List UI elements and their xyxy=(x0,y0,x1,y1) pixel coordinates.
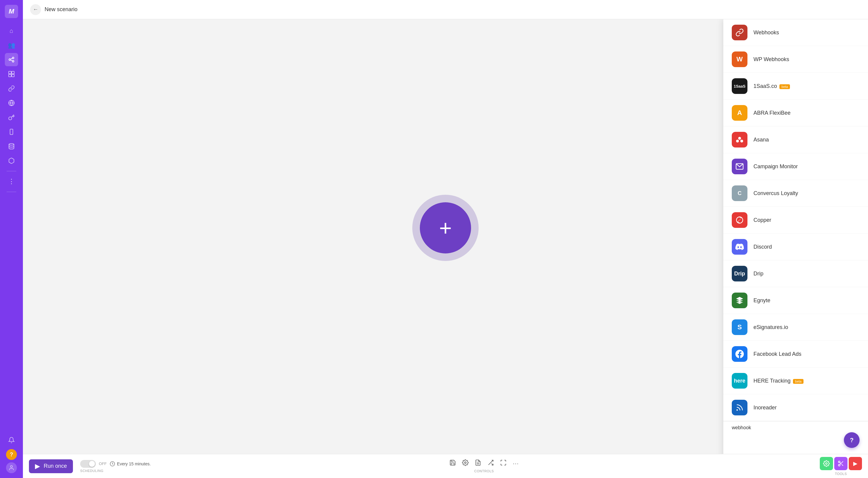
phone-icon xyxy=(8,129,15,135)
sidebar-notifications[interactable] xyxy=(5,434,18,447)
sidebar-item-database[interactable] xyxy=(5,140,18,153)
flow-icon[interactable] xyxy=(487,459,494,468)
controls-section: ⋯ CONTROLS xyxy=(450,459,519,473)
main-area: ← New scenario + Webhooks W WP Webhooks … xyxy=(23,0,868,478)
add-module-button[interactable]: + xyxy=(412,195,478,261)
bottom-bar: ▶ Run once OFF Every 15 minutes. SCHEDUL… xyxy=(23,454,868,478)
app-item-drip[interactable]: Drip Drip xyxy=(723,260,868,287)
svg-rect-8 xyxy=(12,74,14,77)
bell-icon xyxy=(8,437,15,443)
tool-green-button[interactable] xyxy=(820,457,833,470)
svg-point-15 xyxy=(738,137,741,140)
sidebar-item-globe[interactable] xyxy=(5,96,18,109)
svg-point-19 xyxy=(737,410,738,410)
esignatures-name: eSignatures.io xyxy=(753,324,788,331)
copper-icon xyxy=(732,212,747,228)
app-item-campaign-monitor[interactable]: Campaign Monitor xyxy=(723,153,868,180)
sidebar-logo[interactable]: M xyxy=(5,5,18,18)
copper-name: Copper xyxy=(753,217,771,224)
app-item-convercus[interactable]: C Convercus Loyalty xyxy=(723,180,868,207)
tool-red-button[interactable]: ▶ xyxy=(849,457,862,470)
sidebar-item-phone[interactable] xyxy=(5,125,18,138)
sidebar-item-connections[interactable] xyxy=(5,82,18,95)
app-item-here-tracking[interactable]: here HERE Trackingbeta xyxy=(723,368,868,394)
keys-icon xyxy=(8,114,15,121)
app-item-facebook-lead-ads[interactable]: Facebook Lead Ads xyxy=(723,341,868,368)
sidebar-item-team[interactable]: 👥 xyxy=(5,38,18,52)
drip-icon: Drip xyxy=(732,266,747,281)
sidebar-item-scenarios[interactable] xyxy=(5,53,18,66)
svg-point-26 xyxy=(826,463,827,465)
tool-play-icon: ▶ xyxy=(853,460,858,467)
page-title: New scenario xyxy=(44,6,78,13)
svg-line-4 xyxy=(10,60,12,61)
sidebar-avatar[interactable] xyxy=(6,463,17,473)
svg-point-16 xyxy=(736,140,739,142)
scheduling-toggle-switch[interactable] xyxy=(80,460,96,468)
sidebar-help-button[interactable]: ? xyxy=(6,449,17,460)
sidebar-item-cube[interactable] xyxy=(5,154,18,167)
discord-icon xyxy=(732,239,747,254)
gear-ctrl-icon[interactable] xyxy=(462,459,469,468)
run-once-button[interactable]: ▶ Run once xyxy=(29,459,73,473)
egnyte-name: Egnyte xyxy=(753,297,770,304)
search-input[interactable] xyxy=(732,425,860,431)
svg-rect-6 xyxy=(12,71,14,74)
connect-icon[interactable] xyxy=(500,459,507,468)
sidebar-item-apps[interactable] xyxy=(5,67,18,81)
svg-point-27 xyxy=(838,461,840,463)
sidebar-divider xyxy=(7,171,16,171)
drip-name: Drip xyxy=(753,271,764,277)
save-icon[interactable] xyxy=(450,459,456,468)
sidebar: M ⌂ 👥 xyxy=(0,0,23,478)
app-item-abra[interactable]: A ABRA FlexiBee xyxy=(723,100,868,127)
home-icon: ⌂ xyxy=(10,27,13,34)
app-item-egnyte[interactable]: Egnyte xyxy=(723,287,868,314)
help-icon: ? xyxy=(10,451,13,458)
help-float-button[interactable]: ? xyxy=(844,432,860,448)
sidebar-item-keys[interactable] xyxy=(5,111,18,124)
notes-icon[interactable] xyxy=(475,459,481,468)
facebook-lead-ads-name: Facebook Lead Ads xyxy=(753,351,801,357)
more-ctrl-icon[interactable]: ⋯ xyxy=(513,460,519,467)
1saas-name: 1SaaS.cobeta xyxy=(753,83,790,90)
app-item-1saas[interactable]: 1SaaS 1SaaS.cobeta xyxy=(723,73,868,100)
sidebar-more[interactable]: ⋮ xyxy=(5,175,18,188)
app-item-discord[interactable]: Discord xyxy=(723,234,868,260)
asana-name: Asana xyxy=(753,137,769,143)
app-item-copper[interactable]: Copper xyxy=(723,207,868,234)
app-item-inoreader[interactable]: Inoreader xyxy=(723,394,868,421)
search-bar-area xyxy=(723,421,868,434)
back-button[interactable]: ← xyxy=(30,4,41,15)
scenario-canvas[interactable]: + Webhooks W WP Webhooks 1SaaS 1SaaS.cob… xyxy=(23,19,868,454)
tool-scissors-icon xyxy=(838,460,844,467)
app-item-wp-webhooks[interactable]: W WP Webhooks xyxy=(723,46,868,73)
convercus-icon: C xyxy=(732,185,747,201)
scheduling-group: OFF Every 15 minutes. SCHEDULING xyxy=(80,460,151,473)
team-icon: 👥 xyxy=(8,41,16,49)
wp-webhooks-name: WP Webhooks xyxy=(753,56,789,63)
tool-purple-button[interactable] xyxy=(834,457,847,470)
tool-settings-icon xyxy=(823,460,830,467)
svg-line-31 xyxy=(840,463,841,464)
play-icon: ▶ xyxy=(35,463,40,470)
apps-icon xyxy=(8,71,15,77)
app-item-esignatures[interactable]: S eSignatures.io xyxy=(723,314,868,341)
sidebar-item-home[interactable]: ⌂ xyxy=(5,24,18,37)
abra-name: ABRA FlexiBee xyxy=(753,110,790,116)
app-item-webhooks[interactable]: Webhooks xyxy=(723,19,868,46)
plus-icon-inner: + xyxy=(420,202,471,253)
app-item-asana[interactable]: Asana xyxy=(723,127,868,153)
svg-point-17 xyxy=(740,140,743,142)
controls-group: ⋯ CONTROLS xyxy=(151,459,817,473)
cube-icon xyxy=(8,158,15,164)
here-tracking-icon: here xyxy=(732,373,747,388)
discord-name: Discord xyxy=(753,244,772,250)
user-icon xyxy=(8,465,14,471)
svg-line-3 xyxy=(10,58,12,59)
scheduling-label: SCHEDULING xyxy=(80,469,151,473)
convercus-name: Convercus Loyalty xyxy=(753,190,798,197)
esignatures-icon: S xyxy=(732,319,747,335)
controls-icons: ⋯ xyxy=(450,459,519,468)
logo-text: M xyxy=(9,7,14,15)
